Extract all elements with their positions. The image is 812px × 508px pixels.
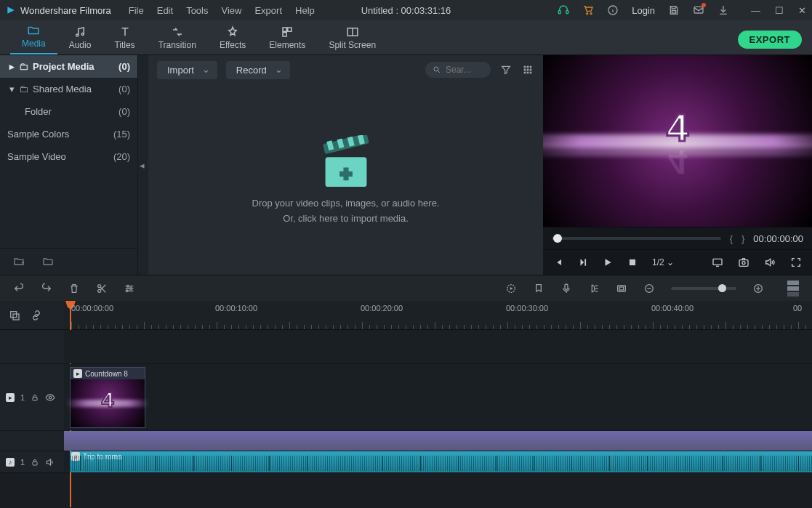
brand-logo-icon (6, 5, 16, 15)
tab-transition[interactable]: Transition (147, 23, 208, 55)
tab-split-screen[interactable]: Split Screen (317, 23, 387, 55)
lock-icon[interactable] (31, 458, 39, 467)
redo-icon[interactable] (41, 283, 52, 294)
tab-audio[interactable]: Audio (57, 23, 103, 55)
splitter-handle[interactable]: ◂ (138, 55, 148, 275)
snapshot-icon[interactable] (738, 257, 749, 268)
settings-sliders-icon[interactable] (124, 283, 135, 294)
media-drop-zone[interactable]: Drop your video clips, images, or audio … (148, 84, 543, 275)
crop-icon[interactable] (616, 283, 627, 294)
track-manage-icon[interactable] (9, 310, 20, 321)
zoom-in-icon[interactable] (752, 283, 764, 294)
close-button[interactable]: ✕ (798, 5, 806, 16)
menu-edit[interactable]: Edit (157, 5, 173, 16)
clip-audio[interactable]: ♪Trip to roma (70, 451, 812, 472)
scrub-track[interactable] (552, 237, 721, 240)
preview-panel: 4 4 { } 00:00:00:00 1/2 ⌄ (543, 55, 812, 275)
display-icon[interactable] (712, 257, 723, 268)
info-icon[interactable] (607, 4, 619, 16)
track-gutter-empty (0, 330, 64, 363)
voiceover-icon[interactable] (560, 283, 572, 294)
svg-rect-56 (619, 287, 623, 290)
login-link[interactable]: Login (632, 5, 655, 16)
minimize-button[interactable]: — (751, 5, 760, 16)
filter-icon[interactable] (499, 63, 512, 76)
svg-rect-1 (559, 11, 561, 14)
folder-icon (27, 24, 40, 37)
search-input[interactable] (446, 65, 486, 75)
render-icon[interactable] (505, 283, 517, 294)
svg-point-48 (126, 290, 128, 292)
ruler-label: 00:00:40:00 (651, 304, 694, 313)
play-pause-icon[interactable] (578, 257, 588, 267)
sidebar-item-project-media[interactable]: ▸ 🗀 Project Media (0) (0, 55, 137, 78)
sidebar-item-sample-colors[interactable]: Sample Colors (15) (0, 123, 137, 145)
sidebar-item-folder[interactable]: Folder (0) (0, 100, 137, 123)
preview-countdown-reflection: 4 (668, 142, 688, 182)
stop-icon[interactable] (627, 257, 638, 267)
search-box[interactable] (425, 62, 491, 78)
preview-viewport[interactable]: 4 4 (543, 55, 812, 227)
preview-zoom-level[interactable]: 1/2 ⌄ (652, 257, 674, 267)
tab-effects[interactable]: Effects (208, 23, 257, 55)
message-icon[interactable] (693, 4, 704, 16)
track-lane-empty[interactable] (64, 330, 812, 363)
sidebar-item-sample-video[interactable]: Sample Video (20) (0, 145, 137, 168)
svg-rect-24 (530, 69, 532, 71)
timeline-toolbar (0, 275, 812, 301)
sidebar-item-shared-media[interactable]: ▾ 🗀 Shared Media (0) (0, 78, 137, 100)
download-icon[interactable] (717, 4, 729, 16)
new-folder-icon[interactable] (13, 256, 25, 267)
zoom-out-icon[interactable] (643, 283, 655, 294)
split-icon (346, 25, 359, 39)
svg-point-11 (81, 33, 84, 36)
folder-icon[interactable] (42, 256, 54, 267)
clip-countdown[interactable]: ▸Countdown 8 4 (70, 367, 145, 428)
svg-rect-38 (713, 259, 722, 265)
maximize-button[interactable]: ☐ (775, 5, 784, 16)
tab-media[interactable]: Media (10, 21, 57, 55)
step-back-icon[interactable] (553, 257, 563, 267)
scrub-handle[interactable] (553, 234, 562, 243)
svg-rect-20 (527, 66, 529, 68)
marker-icon[interactable] (533, 283, 544, 294)
record-dropdown[interactable]: Record (226, 61, 290, 79)
track-lane-audio[interactable]: ♪Trip to roma (64, 451, 812, 472)
text-icon (118, 25, 132, 39)
svg-rect-35 (584, 259, 586, 265)
split-clip-icon[interactable] (96, 283, 108, 294)
undo-icon[interactable] (13, 283, 25, 294)
lock-icon[interactable] (31, 393, 39, 402)
grid-view-icon[interactable] (521, 63, 534, 76)
fullscreen-icon[interactable] (790, 257, 802, 268)
menu-help[interactable]: Help (295, 5, 315, 16)
link-icon[interactable] (31, 310, 42, 321)
zoom-slider-handle[interactable] (718, 284, 726, 292)
track-lane-overlay[interactable] (64, 431, 812, 451)
import-dropdown[interactable]: Import (157, 61, 217, 79)
visibility-icon[interactable] (45, 392, 55, 403)
export-button[interactable]: EXPORT (738, 31, 802, 49)
menu-file[interactable]: File (129, 5, 144, 16)
volume-icon[interactable] (764, 257, 776, 268)
menu-view[interactable]: View (221, 5, 241, 16)
menu-export[interactable]: Export (254, 5, 282, 16)
mark-out-button[interactable]: } (741, 233, 744, 244)
timeline-ruler[interactable]: 00:00:00:0000:00:10:0000:00:20:0000:00:3… (64, 301, 812, 329)
ruler-label: 00:00:00:00 (71, 304, 113, 313)
track-video-1: ▸ 1 ▸Countdown 8 4 (0, 364, 812, 431)
track-lane-video[interactable]: ▸Countdown 8 4 (64, 364, 812, 430)
delete-icon[interactable] (68, 283, 80, 294)
tab-elements[interactable]: Elements (257, 23, 317, 55)
mute-icon[interactable] (45, 457, 55, 467)
play-icon[interactable] (603, 257, 613, 267)
tab-titles[interactable]: Titles (102, 23, 146, 55)
menu-tools[interactable]: Tools (186, 5, 208, 16)
save-icon[interactable] (668, 4, 680, 16)
headset-icon[interactable] (558, 4, 569, 16)
tool-tabs: Media Audio Titles Transition Effects El… (0, 20, 812, 55)
cart-icon[interactable] (582, 4, 594, 16)
audio-mixer-icon[interactable] (588, 283, 600, 294)
zoom-slider[interactable] (671, 287, 736, 290)
mark-in-button[interactable]: { (730, 233, 733, 244)
